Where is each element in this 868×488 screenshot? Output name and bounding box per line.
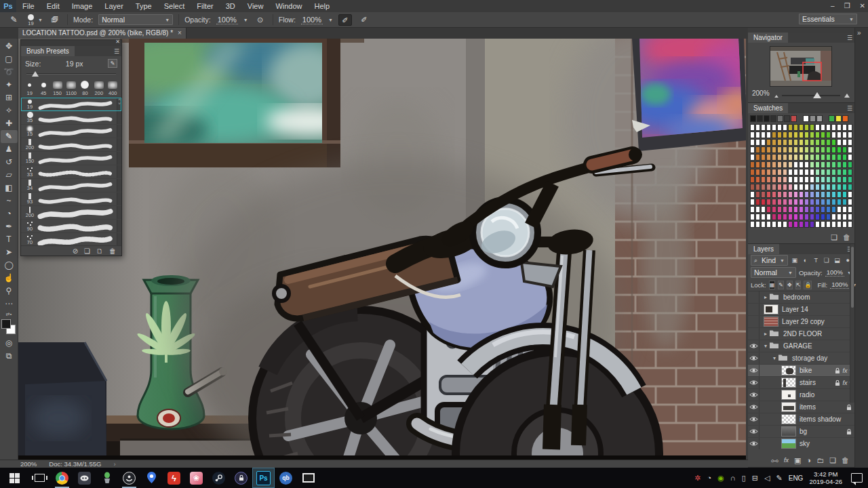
close-button[interactable]: ✕ bbox=[860, 0, 865, 12]
pressure-opacity-icon[interactable]: ⊙ bbox=[254, 14, 267, 26]
swatch-cell[interactable] bbox=[788, 154, 793, 161]
swatch-cell[interactable] bbox=[761, 221, 766, 228]
phone-icon[interactable]: ▯ bbox=[742, 468, 746, 488]
brush-size-slider[interactable] bbox=[26, 70, 116, 77]
swatch-cell[interactable] bbox=[793, 124, 798, 131]
swatch-cell[interactable] bbox=[810, 176, 814, 183]
swatch-cell[interactable] bbox=[831, 176, 836, 183]
swatch-cell[interactable] bbox=[772, 176, 776, 183]
swatch-cell[interactable] bbox=[842, 154, 847, 161]
pen-tool-icon[interactable]: ✒ bbox=[1, 220, 18, 233]
layer-row-bg[interactable]: bg bbox=[748, 426, 854, 438]
swatch-cell[interactable] bbox=[815, 221, 820, 228]
swatch-cell[interactable] bbox=[777, 191, 782, 198]
swatch-cell[interactable] bbox=[766, 146, 771, 153]
taskbar-qbittorrent[interactable]: qb bbox=[275, 468, 297, 488]
swatch-cell[interactable] bbox=[799, 124, 804, 131]
swatch-cell[interactable] bbox=[821, 206, 825, 213]
swatch-cell[interactable] bbox=[831, 146, 836, 153]
swatch-cell[interactable] bbox=[837, 139, 842, 146]
layer-thumbnail[interactable] bbox=[764, 317, 778, 327]
headset-icon[interactable]: ∩ bbox=[730, 468, 736, 488]
layer-row-2ND-FLOOR[interactable]: ▸2ND FLOOR bbox=[748, 328, 854, 340]
swatch-cell[interactable] bbox=[804, 214, 809, 220]
swatch-cell[interactable] bbox=[810, 124, 814, 131]
swatch-special-5[interactable] bbox=[784, 115, 790, 122]
swatch-cell[interactable] bbox=[766, 199, 771, 205]
swatch-cell[interactable] bbox=[810, 131, 814, 138]
swatch-cell[interactable] bbox=[755, 169, 760, 176]
lock-transparency-icon[interactable]: ▦ bbox=[769, 281, 776, 289]
swatch-special-9[interactable] bbox=[816, 115, 823, 122]
swatch-cell[interactable] bbox=[821, 139, 825, 146]
swatch-cell[interactable] bbox=[815, 206, 820, 213]
swatch-cell[interactable] bbox=[788, 184, 793, 190]
menu-3d[interactable]: 3D bbox=[220, 0, 241, 12]
swatch-cell[interactable] bbox=[804, 139, 809, 146]
swatch-cell[interactable] bbox=[755, 191, 760, 198]
visibility-toggle[interactable] bbox=[748, 340, 760, 352]
filter-shape-icon[interactable]: ❏ bbox=[823, 257, 831, 264]
swatch-cell[interactable] bbox=[821, 146, 825, 153]
eye-icon[interactable] bbox=[749, 416, 758, 422]
swatch-cell[interactable] bbox=[815, 169, 820, 176]
layer-row-items[interactable]: items bbox=[748, 401, 854, 413]
dock-collapse-strip[interactable] bbox=[854, 28, 868, 468]
swatch-cell[interactable] bbox=[842, 199, 847, 205]
zoom-out-icon[interactable] bbox=[774, 95, 778, 98]
filter-kind-select[interactable]: ⌕ Kind ▼ bbox=[751, 255, 788, 266]
visibility-toggle[interactable] bbox=[748, 426, 760, 437]
swatch-cell[interactable] bbox=[799, 169, 804, 176]
swatch-cell[interactable] bbox=[842, 184, 847, 190]
swatch-cell[interactable] bbox=[842, 169, 847, 176]
swatch-cell[interactable] bbox=[777, 199, 782, 205]
swatch-cell[interactable] bbox=[848, 176, 852, 183]
volume-icon[interactable]: ◁ bbox=[764, 468, 770, 488]
swatch-cell[interactable] bbox=[831, 124, 836, 131]
swatch-cell[interactable] bbox=[772, 139, 776, 146]
swatch-cell[interactable] bbox=[750, 221, 755, 228]
gradient-tool-icon[interactable]: ◧ bbox=[1, 182, 18, 195]
swatch-cell[interactable] bbox=[772, 221, 776, 228]
brush-preset-3[interactable]: 200 bbox=[21, 138, 121, 152]
swatch-cell[interactable] bbox=[821, 169, 825, 176]
visibility-toggle[interactable] bbox=[748, 352, 760, 364]
swatch-special-4[interactable] bbox=[777, 115, 783, 122]
swatch-cell[interactable] bbox=[788, 176, 793, 183]
menu-filter[interactable]: Filter bbox=[191, 0, 219, 12]
swatch-cell[interactable] bbox=[804, 146, 809, 153]
filter-pixel-icon[interactable]: ▣ bbox=[791, 257, 799, 264]
swatch-cell[interactable] bbox=[788, 206, 793, 213]
swatch-cell[interactable] bbox=[826, 199, 831, 205]
swatch-cell[interactable] bbox=[842, 206, 847, 213]
swatch-cell[interactable] bbox=[837, 131, 842, 138]
swatch-cell[interactable] bbox=[815, 184, 820, 190]
layer-row-sky[interactable]: sky bbox=[748, 438, 854, 449]
swatch-cell[interactable] bbox=[777, 124, 782, 131]
swatch-cell[interactable] bbox=[755, 221, 760, 228]
swatch-cell[interactable] bbox=[842, 139, 847, 146]
swatch-cell[interactable] bbox=[821, 191, 825, 198]
swatch-cell[interactable] bbox=[848, 169, 852, 176]
rectangular-marquee-tool-icon[interactable]: ▢ bbox=[1, 53, 18, 66]
swatch-cell[interactable] bbox=[755, 206, 760, 213]
new-group-icon[interactable]: 🗀 bbox=[816, 456, 824, 464]
layer-thumbnail[interactable] bbox=[781, 426, 796, 436]
swatch-cell[interactable] bbox=[837, 176, 842, 183]
swatch-cell[interactable] bbox=[755, 161, 760, 168]
gpu-icon[interactable]: ◉ bbox=[717, 468, 724, 488]
swatch-cell[interactable] bbox=[837, 191, 842, 198]
swatch-cell[interactable] bbox=[826, 221, 831, 228]
airbrush-toggle-icon[interactable]: ✐ bbox=[338, 14, 352, 26]
visibility-toggle[interactable] bbox=[748, 328, 760, 340]
eye-icon[interactable] bbox=[749, 392, 758, 398]
swatch-cell[interactable] bbox=[788, 131, 793, 138]
swatch-cell[interactable] bbox=[810, 146, 814, 153]
swatch-cell[interactable] bbox=[761, 191, 766, 198]
swatch-cell[interactable] bbox=[772, 124, 776, 131]
swatch-cell[interactable] bbox=[831, 221, 836, 228]
brush-preset-9[interactable]: 90 bbox=[21, 220, 121, 233]
swatch-cell[interactable] bbox=[793, 199, 798, 205]
swatch-cell[interactable] bbox=[815, 176, 820, 183]
canvas-area[interactable] bbox=[18, 39, 746, 460]
